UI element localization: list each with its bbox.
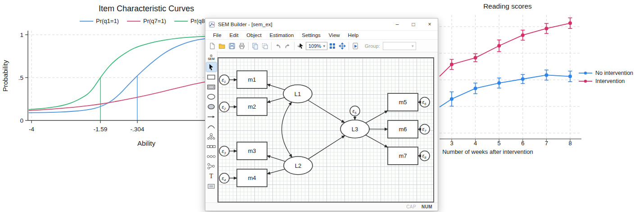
save-button[interactable] (227, 41, 237, 51)
diagram-node-m1[interactable]: m1 (237, 71, 267, 88)
svg-text:7: 7 (545, 140, 548, 147)
undo-button[interactable] (273, 41, 283, 51)
diagram-node-m7[interactable]: m7 (388, 147, 418, 165)
stage: Item Characteristic Curves Pr(q1=1) Pr(q… (0, 0, 644, 212)
estimate-button[interactable] (350, 41, 360, 51)
legend-label-nointervention: No intervention (595, 70, 633, 76)
svg-text:m1: m1 (248, 76, 256, 83)
zoom-combobox[interactable]: 109% ▾ (306, 42, 327, 50)
svg-text:3: 3 (450, 140, 453, 147)
diagram-canvas[interactable]: m1m2m3m4m5m6m7L1L2L3ε1ε2ε3ε4ε5ε6ε7ε8 (218, 57, 434, 203)
diagram-node-L2[interactable]: L2 (284, 157, 313, 175)
diagram-node-epsilon-3[interactable]: ε3 (219, 146, 229, 156)
minimize-button[interactable]: – (389, 19, 405, 30)
tool-palette: GSEM (205, 51, 218, 203)
diagram-node-m6[interactable]: m6 (388, 120, 418, 138)
area-tool[interactable] (206, 181, 217, 191)
open-button[interactable] (217, 41, 227, 51)
select-pointer-button[interactable] (296, 41, 306, 51)
reading-title: Reading scores (483, 2, 532, 10)
menu-object[interactable]: Object (242, 32, 265, 38)
icc-curve-0 (29, 39, 206, 113)
diagram-node-epsilon-8[interactable]: ε8 (420, 151, 430, 161)
fit-in-window-button[interactable] (327, 41, 337, 51)
select-tool[interactable] (206, 62, 217, 72)
icc-y-label: Probability (1, 60, 9, 92)
text-tool[interactable]: T (206, 171, 217, 181)
diagram-node-m3[interactable]: m3 (237, 142, 267, 160)
svg-text:m6: m6 (399, 126, 407, 133)
group-combobox[interactable]: ▾ (383, 42, 416, 50)
adjust-canvas-size-button[interactable] (337, 41, 347, 51)
menu-help[interactable]: Help (344, 32, 363, 38)
observed-variable-tool[interactable] (206, 72, 217, 82)
diagram-path-L1-m2 (267, 97, 285, 102)
sem-builder-window: SEM Builder - [sem_ex] – □ × File Edit O… (205, 18, 438, 211)
svg-text:1: 1 (20, 32, 23, 38)
copy-button[interactable] (250, 41, 260, 51)
multilevel-latent-tool[interactable] (206, 102, 217, 111)
path-tool[interactable] (206, 112, 217, 121)
measurement-component-tool[interactable] (206, 132, 217, 141)
svg-text:8: 8 (568, 140, 571, 147)
observed-set-icon (207, 145, 216, 148)
diagram-node-epsilon-7[interactable]: ε7 (420, 124, 430, 134)
sem-path-diagram: m1m2m3m4m5m6m7L1L2L3ε1ε2ε3ε4ε5ε6ε7ε8 (218, 58, 433, 201)
status-bar: CAP NUM (205, 203, 438, 211)
menu-view[interactable]: View (325, 32, 344, 38)
maximize-button[interactable]: □ (405, 19, 422, 30)
latent-set-tool[interactable] (206, 152, 217, 161)
observed-set-tool[interactable] (206, 142, 217, 151)
arrow-icon (207, 115, 215, 119)
svg-text:m7: m7 (399, 152, 407, 159)
diagram-node-L1[interactable]: L1 (283, 85, 312, 103)
icc-chart: Item Characteristic Curves Pr(q1=1) Pr(q… (0, 0, 212, 160)
latent-set-icon (207, 155, 216, 158)
gsem-label-top: G (208, 54, 214, 57)
group-label: Group: (365, 43, 380, 49)
diagram-node-epsilon-1[interactable]: ε1 (219, 75, 229, 85)
diagram-node-epsilon-2[interactable]: ε2 (219, 102, 229, 112)
diagram-node-m5[interactable]: m5 (388, 93, 418, 111)
menu-edit[interactable]: Edit (226, 32, 243, 38)
diagram-node-epsilon-4[interactable]: ε4 (219, 173, 229, 183)
regression-component-tool[interactable] (206, 161, 217, 171)
diagram-node-epsilon-6[interactable]: ε6 (420, 97, 430, 107)
menu-settings[interactable]: Settings (298, 32, 325, 38)
svg-text:m5: m5 (399, 99, 407, 106)
svg-text:-.304: -.304 (131, 126, 145, 133)
diagram-node-m4[interactable]: m4 (237, 169, 267, 187)
svg-text:L3: L3 (352, 126, 358, 133)
copy-image-button[interactable] (260, 41, 270, 51)
svg-text:m3: m3 (248, 147, 256, 154)
svg-text:6: 6 (521, 140, 524, 147)
close-button[interactable]: × (422, 19, 438, 30)
title-bar[interactable]: SEM Builder - [sem_ex] – □ × (205, 18, 438, 31)
icc-title: Item Characteristic Curves (99, 4, 194, 13)
toolbar-separator (294, 42, 295, 50)
latent-variable-tool[interactable] (206, 92, 217, 101)
menu-estimation[interactable]: Estimation (266, 32, 298, 38)
covariance-tool[interactable] (206, 122, 217, 131)
reading-tick-labels: 3 4 5 6 7 8 (450, 140, 571, 147)
print-button[interactable] (237, 41, 247, 51)
svg-text:0: 0 (20, 117, 23, 124)
redo-button[interactable] (283, 41, 293, 51)
regression-icon (207, 163, 215, 170)
diagram-node-L3[interactable]: L3 (340, 120, 369, 138)
icc-x-label: Ability (137, 139, 156, 147)
diagram-path-L3-m7 (366, 135, 388, 147)
app-icon (209, 22, 215, 28)
diagram-node-m2[interactable]: m2 (237, 98, 267, 115)
menu-file[interactable]: File (209, 32, 226, 38)
svg-text:5: 5 (498, 140, 501, 147)
area-icon (208, 184, 215, 189)
svg-text:-1.59: -1.59 (94, 126, 108, 133)
diagram-node-epsilon-5[interactable]: ε5 (350, 106, 360, 116)
svg-text:m4: m4 (248, 175, 256, 181)
icc-curve-2 (29, 36, 206, 109)
gsem-toggle[interactable]: GSEM (206, 52, 217, 62)
diagram-nodes: m1m2m3m4m5m6m7L1L2L3ε1ε2ε3ε4ε5ε6ε7ε8 (219, 71, 430, 187)
new-diagram-button[interactable] (207, 41, 217, 51)
generalized-response-tool[interactable] (206, 82, 217, 92)
